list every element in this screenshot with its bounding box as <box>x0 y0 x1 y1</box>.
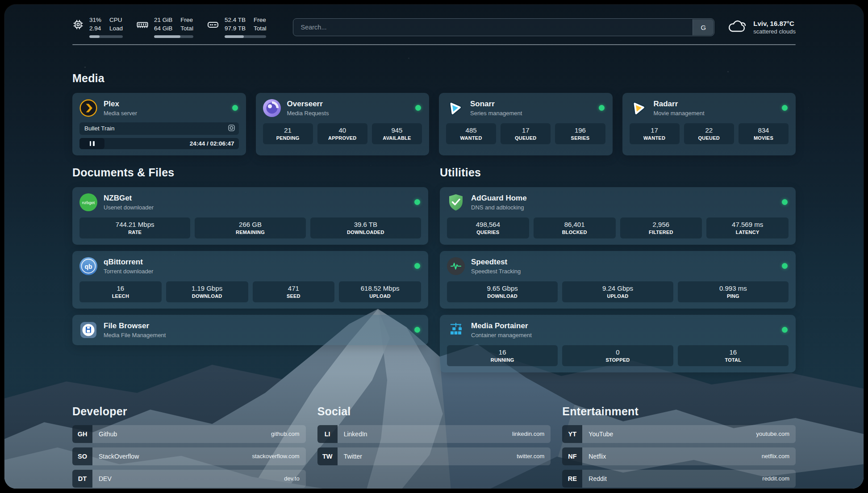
app-card-radarr[interactable]: Radarr Movie management 17 WANTED 22 QUE… <box>622 93 796 155</box>
stat-download: 9.65 Gbps DOWNLOAD <box>447 281 558 302</box>
session-settings-icon[interactable] <box>228 124 235 133</box>
disk-total-value: 97.9 TB <box>225 25 246 33</box>
nzbget-icon: nzbget <box>79 193 97 211</box>
search-input[interactable] <box>293 18 714 36</box>
app-card-adguard[interactable]: AdGuard Home DNS and adblocking 498,564 … <box>440 187 796 245</box>
cpu-load-value: 2.94 <box>89 25 101 33</box>
app-name: Speedtest <box>471 258 521 267</box>
link-row-linkedin[interactable]: LI LinkedIn linkedin.com <box>317 425 551 443</box>
status-dot <box>232 105 238 111</box>
stat-movies: 834 MOVIES <box>739 123 789 144</box>
section-title-entertainment: Entertainment <box>562 405 796 418</box>
cloud-icon <box>728 19 747 36</box>
link-row-dev[interactable]: DT DEV dev.to <box>72 470 306 488</box>
playback-time: 24:44 / 02:06:47 <box>190 140 239 147</box>
weather-location-temp: Lviv, 16.87°C <box>753 20 796 27</box>
app-name: NZBGet <box>104 194 154 203</box>
top-bar: 31% 2.94 CPU Load <box>72 16 796 38</box>
app-description: Media server <box>104 110 137 117</box>
app-card-sonarr[interactable]: Sonarr Series management 485 WANTED 17 Q… <box>439 93 613 155</box>
link-row-twitter[interactable]: TW Twitter twitter.com <box>317 447 551 465</box>
link-row-github[interactable]: GH Github github.com <box>72 425 306 443</box>
reddit-initials-tile: RE <box>562 470 582 488</box>
status-dot <box>599 105 605 111</box>
cpu-progress-bar <box>89 35 123 38</box>
link-row-stackoverflow[interactable]: SO StackOverflow stackoverflow.com <box>72 447 306 465</box>
now-playing-title: Bullet Train <box>84 125 115 132</box>
status-dot <box>415 105 421 111</box>
section-title-utilities: Utilities <box>440 166 796 179</box>
disk-icon <box>207 19 219 32</box>
app-name: File Browser <box>104 322 166 330</box>
playback-progress-bar: 24:44 / 02:06:47 <box>79 138 239 149</box>
memory-icon <box>136 19 149 32</box>
weather-widget[interactable]: Lviv, 16.87°C scattered clouds <box>728 19 796 36</box>
header-divider <box>72 44 796 45</box>
qbittorrent-icon: qb <box>79 257 97 275</box>
app-description: Media Requests <box>287 110 329 117</box>
memory-free-label: Free <box>180 16 193 25</box>
link-row-reddit[interactable]: RE Reddit reddit.com <box>562 470 796 488</box>
netflix-initials-tile: NF <box>562 447 582 465</box>
section-title-media: Media <box>72 72 796 85</box>
documents-column: Documents & Files nzbget NZBGet Usenet d… <box>72 166 428 372</box>
svg-text:nzbget: nzbget <box>82 200 95 205</box>
stat-queued: 17 QUEUED <box>501 123 551 144</box>
app-name: Overseerr <box>287 100 329 109</box>
adguard-icon <box>447 193 465 211</box>
stars-decoration <box>4 4 5 5</box>
stat-running: 16 RUNNING <box>447 345 558 366</box>
search-bar: G <box>293 18 714 36</box>
search-engine-button[interactable]: G <box>693 19 714 35</box>
app-card-filebrowser[interactable]: File Browser Media File Management <box>72 315 428 345</box>
app-description: Speedtest Tracking <box>471 268 521 275</box>
radarr-icon <box>630 99 647 117</box>
stat-ping: 0.993 ms PING <box>678 281 789 302</box>
cpu-label: CPU <box>109 16 123 25</box>
app-name: Radarr <box>654 100 705 109</box>
section-title-documents: Documents & Files <box>72 166 428 179</box>
memory-total-value: 64 GiB <box>154 25 172 33</box>
stat-downloaded: 39.6 TB DOWNLOADED <box>310 217 421 238</box>
social-links-column: Social LI LinkedIn linkedin.com TW Twitt… <box>317 396 551 489</box>
utilities-column: Utilities AdGuard Home <box>440 166 796 372</box>
github-initials-tile: GH <box>72 425 92 443</box>
app-name: Media Portainer <box>471 322 532 330</box>
memory-free-value: 21 GiB <box>154 16 172 25</box>
stat-series: 196 SERIES <box>555 123 605 144</box>
memory-stat-widget: 21 GiB 64 GiB Free Total <box>136 16 193 38</box>
stat-wanted: 17 WANTED <box>630 123 680 144</box>
status-dot <box>414 199 420 205</box>
filebrowser-icon <box>79 321 97 339</box>
stat-download: 1.19 Gbps DOWNLOAD <box>166 281 248 302</box>
dev-initials-tile: DT <box>72 470 92 488</box>
status-dot <box>782 263 788 269</box>
status-dot <box>782 327 788 333</box>
link-row-netflix[interactable]: NF Netflix netflix.com <box>562 447 796 465</box>
app-card-portainer[interactable]: Media Portainer Container management 16 … <box>440 315 796 372</box>
app-card-overseerr[interactable]: Overseerr Media Requests 21 PENDING 40 A… <box>256 93 430 155</box>
svg-text:qb: qb <box>84 263 92 270</box>
link-row-youtube[interactable]: YT YouTube youtube.com <box>562 425 796 443</box>
stat-remaining: 266 GB REMAINING <box>195 217 305 238</box>
app-card-qbittorrent[interactable]: qb qBittorrent Torrent downloader 16 LEE… <box>72 251 428 309</box>
app-description: Series management <box>470 110 522 117</box>
linkedin-initials-tile: LI <box>317 425 338 443</box>
dashboard-window: 31% 2.94 CPU Load <box>4 4 864 489</box>
disk-total-label: Total <box>254 25 267 33</box>
status-dot <box>414 263 420 269</box>
status-dot <box>782 105 788 111</box>
pause-button[interactable] <box>79 138 104 149</box>
stat-seed: 471 SEED <box>253 281 335 302</box>
app-name: Plex <box>104 100 137 109</box>
cpu-load-label: Load <box>109 25 123 33</box>
app-card-plex[interactable]: Plex Media server Bullet Train 24:44 <box>72 93 246 155</box>
app-card-nzbget[interactable]: nzbget NZBGet Usenet downloader 744.21 M… <box>72 187 428 245</box>
app-description: Usenet downloader <box>104 204 154 211</box>
app-description: Movie management <box>654 110 705 117</box>
disk-stat-widget: 52.4 TB 97.9 TB Free Total <box>207 16 267 38</box>
overseerr-icon <box>263 99 281 117</box>
app-card-speedtest[interactable]: Speedtest Speedtest Tracking 9.65 Gbps D… <box>440 251 796 309</box>
disk-free-value: 52.4 TB <box>225 16 246 25</box>
twitter-initials-tile: TW <box>317 447 338 465</box>
